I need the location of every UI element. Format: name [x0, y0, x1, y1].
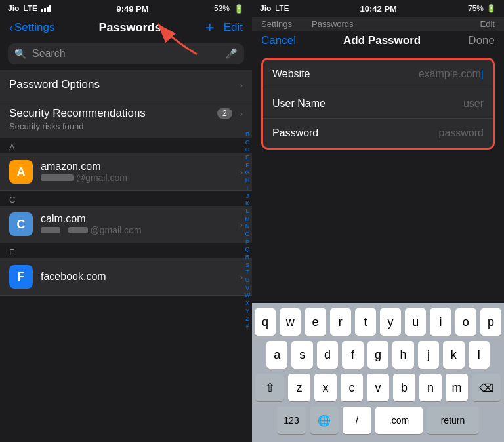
add-password-title: Add Password [343, 34, 421, 47]
alpha-index[interactable]: B C D E F G H I J K L M N O P Q R S T U … [243, 131, 252, 331]
security-subtitle: Security risks found [9, 121, 243, 131]
key-o[interactable]: o [455, 308, 476, 336]
key-h[interactable]: h [392, 341, 413, 369]
network-label: LTE [23, 4, 37, 13]
add-button[interactable]: + [205, 20, 215, 35]
list-item[interactable]: A amazon.com @gmail.com › [0, 153, 252, 191]
left-status-left: Jio LTE [8, 4, 51, 13]
list-item[interactable]: F facebook.com › [0, 258, 252, 296]
right-battery-icon: 🔋 [486, 4, 496, 13]
section-header-c: C [0, 191, 252, 206]
key-z[interactable]: z [288, 374, 310, 401]
site-user: @gmail.com [41, 172, 232, 183]
done-button[interactable]: Done [468, 34, 495, 47]
keyboard-row-4: 123 🌐 / .com return [255, 407, 501, 434]
blurred-header: Settings Passwords Edit [252, 17, 504, 31]
key-a[interactable]: a [266, 341, 287, 369]
right-nav-bar: Cancel Add Password Done [252, 31, 504, 51]
key-t[interactable]: t [355, 308, 376, 336]
battery-label: 53% [214, 4, 230, 13]
slash-key[interactable]: / [343, 407, 371, 434]
username-row[interactable]: User Name user [263, 89, 493, 119]
key-k[interactable]: k [443, 341, 464, 369]
site-user: @gmail.com [41, 225, 232, 235]
key-u[interactable]: u [405, 308, 426, 336]
globe-key[interactable]: 🌐 [310, 407, 339, 434]
password-label: Password [272, 127, 338, 139]
key-r[interactable]: r [330, 308, 351, 336]
key-p[interactable]: p [480, 308, 501, 336]
key-e[interactable]: e [304, 308, 326, 336]
site-name: amazon.com [41, 161, 232, 172]
mic-icon[interactable]: 🎤 [225, 48, 238, 60]
carrier-label: Jio [8, 4, 19, 13]
section-header-a: A [0, 138, 252, 153]
site-info-facebook: facebook.com [41, 271, 232, 283]
right-carrier: Jio [260, 4, 271, 13]
key-m[interactable]: m [446, 374, 468, 401]
key-v[interactable]: v [367, 374, 389, 401]
search-icon: 🔍 [14, 48, 27, 60]
edit-button[interactable]: Edit [224, 21, 243, 34]
search-input[interactable]: Search [32, 48, 220, 60]
shift-key[interactable]: ⇧ [255, 374, 284, 401]
key-y[interactable]: y [380, 308, 401, 336]
keyboard-row-1: q w e r t y u i o p [255, 308, 501, 336]
key-s[interactable]: s [291, 341, 312, 369]
security-recommendations-item[interactable]: Security Recommendations 2 › Security ri… [0, 100, 252, 138]
back-label: Settings [14, 21, 54, 34]
key-j[interactable]: j [418, 341, 439, 369]
site-name: facebook.com [41, 271, 232, 283]
key-i[interactable]: i [430, 308, 451, 336]
cancel-button[interactable]: Cancel [261, 34, 296, 47]
key-g[interactable]: g [368, 341, 388, 369]
site-icon-calm: C [9, 212, 33, 236]
dotcom-key[interactable]: .com [375, 407, 423, 434]
numbers-key[interactable]: 123 [277, 407, 306, 434]
security-badge: 2 [217, 108, 232, 119]
key-l[interactable]: l [469, 341, 490, 369]
website-row[interactable]: Website example.com [263, 60, 493, 89]
password-options-item[interactable]: Password Options › [0, 70, 252, 100]
site-icon-amazon: A [9, 160, 33, 184]
key-x[interactable]: x [314, 374, 337, 401]
right-network: LTE [275, 4, 289, 13]
key-n[interactable]: n [419, 374, 442, 401]
username-label: User Name [272, 98, 338, 110]
signal-icon [41, 5, 51, 12]
right-status-left: Jio LTE [260, 4, 289, 13]
delete-key[interactable]: ⌫ [472, 374, 501, 401]
keyboard-row-3: ⇧ z x c v b n m ⌫ [255, 374, 501, 401]
nav-actions: + Edit [205, 20, 243, 35]
keyboard: q w e r t y u i o p a s d f g h j k l ⇧ … [252, 303, 504, 442]
site-name: calm.com [41, 213, 232, 225]
censored-text [41, 227, 60, 233]
back-chevron-icon: ‹ [9, 21, 13, 35]
password-input[interactable]: password [338, 127, 484, 139]
blurred-settings: Settings [261, 19, 292, 29]
security-chevron: › [240, 109, 243, 119]
key-f[interactable]: f [342, 341, 363, 369]
blurred-edit: Edit [480, 19, 495, 29]
key-q[interactable]: q [255, 308, 276, 336]
keyboard-row-2: a s d f g h j k l [255, 341, 501, 369]
password-options-label: Password Options [9, 78, 100, 91]
list-item[interactable]: C calm.com @gmail.com › [0, 206, 252, 243]
right-time: 10:42 PM [360, 4, 397, 14]
return-key[interactable]: return [427, 407, 479, 434]
password-row[interactable]: Password password [263, 119, 493, 148]
key-b[interactable]: b [393, 374, 415, 401]
key-c[interactable]: c [341, 374, 363, 401]
battery-icon: 🔋 [234, 4, 244, 14]
left-status-bar: Jio LTE 9:49 PM 53% 🔋 [0, 0, 252, 17]
security-right: 2 › [217, 108, 243, 119]
back-button[interactable]: ‹ Settings [9, 21, 54, 35]
search-bar[interactable]: 🔍 Search 🎤 [8, 43, 244, 64]
censored-text [41, 174, 74, 181]
username-input[interactable]: user [338, 98, 484, 110]
key-d[interactable]: d [317, 341, 338, 369]
website-input[interactable]: example.com [338, 68, 484, 80]
blurred-passwords: Passwords [312, 19, 354, 29]
key-w[interactable]: w [280, 308, 301, 336]
left-nav-title: Passwords [99, 21, 161, 35]
